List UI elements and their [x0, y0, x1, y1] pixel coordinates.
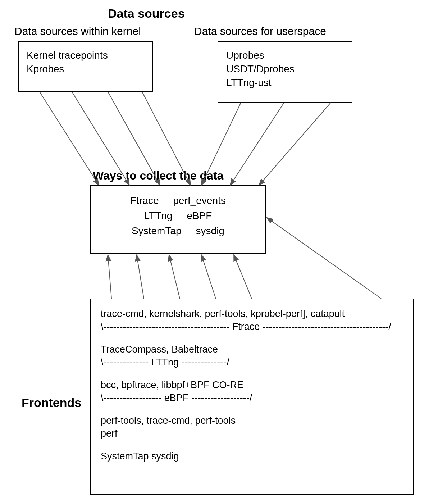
svg-line-1 [40, 92, 99, 185]
collector-item: Ftrace [130, 194, 159, 208]
box-collectors: Ftrace perf_events LTTng eBPF SystemTap … [90, 185, 266, 254]
svg-line-8 [108, 255, 111, 299]
heading-ways-to-collect: Ways to collect the data [93, 169, 223, 182]
svg-line-10 [169, 255, 180, 299]
frontend-label-ebpf: \------------------ eBPF ---------------… [101, 391, 403, 404]
kernel-source-item: Kernel tracepoints [27, 49, 144, 62]
collector-item: perf_events [173, 194, 226, 208]
kernel-source-item: Kprobes [27, 62, 144, 76]
svg-line-12 [234, 255, 252, 299]
frontend-tools-perf2: perf [101, 427, 403, 440]
box-userspace-sources: Uprobes USDT/Dprobes LTTng-ust [218, 41, 352, 103]
svg-line-7 [259, 103, 331, 185]
svg-line-9 [137, 255, 144, 299]
collector-item: eBPF [187, 209, 212, 223]
box-kernel-sources: Kernel tracepoints Kprobes [18, 41, 153, 92]
frontend-tools-other: SystemTap sysdig [101, 450, 403, 463]
frontend-label-ftrace: \---------------------------------------… [101, 320, 403, 333]
userspace-source-item: LTTng-ust [226, 76, 344, 90]
svg-line-13 [267, 218, 381, 299]
frontend-tools-ebpf: bcc, bpftrace, libbpf+BPF CO-RE [101, 378, 403, 391]
heading-frontends: Frontends [22, 396, 81, 410]
subheading-kernel-sources: Data sources within kernel [14, 25, 141, 37]
heading-data-sources: Data sources [108, 6, 185, 21]
collector-item: SystemTap [132, 224, 182, 238]
frontend-tools-perf: perf-tools, trace-cmd, perf-tools [101, 414, 403, 427]
subheading-userspace-sources: Data sources for userspace [194, 25, 326, 37]
box-frontends: trace-cmd, kernelshark, perf-tools, kpro… [90, 299, 414, 495]
userspace-source-item: Uprobes [226, 49, 344, 62]
collector-item: sysdig [196, 224, 224, 238]
svg-line-11 [201, 255, 216, 299]
frontend-tools-lttng: TraceCompass, Babeltrace [101, 343, 403, 356]
collector-item: LTTng [144, 209, 173, 223]
svg-line-6 [230, 103, 284, 185]
frontend-tools-ftrace: trace-cmd, kernelshark, perf-tools, kpro… [101, 307, 403, 320]
userspace-source-item: USDT/Dprobes [226, 62, 344, 76]
frontend-label-lttng: \-------------- LTTng --------------/ [101, 356, 403, 369]
